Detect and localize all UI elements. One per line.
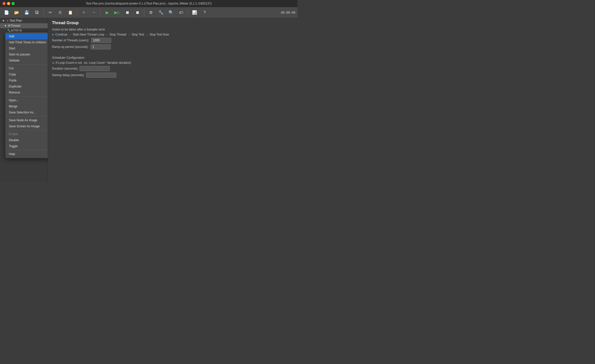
startup-label: Startup delay (seconds) <box>52 73 84 77</box>
menu-item-add-think-times[interactable]: Add Think Times to children <box>5 39 48 45</box>
menu-item-toggle[interactable]: Toggle ⌘T <box>5 143 48 149</box>
threads-input[interactable] <box>91 38 111 43</box>
menu-item-add-think-times-label: Add Think Times to children <box>9 41 46 44</box>
menu-item-help-label: Help <box>9 152 15 156</box>
radio-stop-test-label: Stop Test <box>131 33 144 36</box>
menu-item-validate-label: Validate <box>9 59 19 62</box>
menu-item-copy-label: Copy <box>9 73 16 76</box>
menu-item-paste-label: Paste <box>9 79 17 82</box>
content-title: Thread Group <box>52 21 293 25</box>
menu-item-open[interactable]: Open... <box>5 97 48 103</box>
menu-item-merge[interactable]: Merge <box>5 103 48 109</box>
cut-button[interactable]: ✂ <box>46 8 55 17</box>
radio-next-thread-label: Start Next Thread Loop <box>73 33 104 36</box>
tree-item-testplan[interactable]: ▼ 🔺 Test Plan <box>0 18 48 23</box>
save-button[interactable]: 💾 <box>22 8 31 17</box>
startup-input[interactable] <box>86 73 116 78</box>
tree-item-label-testplan: Test Plan <box>10 19 22 22</box>
remote-stop-button[interactable]: 🔧 <box>156 8 166 17</box>
startup-row: Startup delay (seconds) <box>52 73 293 78</box>
menu-item-start[interactable]: Start <box>5 45 48 51</box>
stop-now-button[interactable]: ⏹ <box>133 8 142 17</box>
menu-item-save-screen-image-label: Save Screen As Image <box>9 125 40 128</box>
tree-panel: ▼ 🔺 Test Plan ▼ ⚙ Thread 🔧 HTTP R 📊 商品列 … <box>0 18 48 182</box>
radio-stop-test[interactable]: ○ Stop Test <box>128 33 144 36</box>
menu-item-remove[interactable]: Remove ⌫ <box>5 89 48 96</box>
remove-button[interactable]: − <box>89 8 98 17</box>
context-menu: Add ▶ Add Think Times to children Start … <box>5 32 48 158</box>
menu-item-open-label: Open... <box>9 99 19 102</box>
separator3 <box>100 9 101 16</box>
scheduler-note: on, Loop Count * iteration duration) <box>84 61 131 65</box>
copy-button[interactable]: ⎘ <box>56 8 65 17</box>
window-controls <box>3 2 15 5</box>
menu-item-cut-label: Cut <box>9 67 14 70</box>
clear-button[interactable]: 🔍 <box>167 8 176 17</box>
error-action-label: Action to be taken after a Sampler error <box>52 28 293 31</box>
menu-item-start-label: Start <box>9 47 15 50</box>
run-button[interactable]: ▶ <box>103 8 112 17</box>
tree-expand-icon: ▼ <box>2 19 5 22</box>
menu-item-cut[interactable]: Cut ⌘X <box>5 65 48 71</box>
menu-item-duplicate[interactable]: Duplicate ⇧⌘C <box>5 83 48 89</box>
window-title: Test Plan.jmx (/usr/local/apache-jmeter-… <box>86 2 212 5</box>
menu-item-help[interactable]: Help <box>5 151 48 157</box>
menu-item-save-selection-label: Save Selection As... <box>9 111 36 114</box>
menu-item-save-screen-image[interactable]: Save Screen As Image ⇧⌘G <box>5 123 48 129</box>
radio-continue[interactable]: ● Continue <box>52 33 67 36</box>
radio-stop-thread[interactable]: ○ Stop Thread <box>106 33 126 36</box>
menu-item-paste[interactable]: Paste ⌘V <box>5 77 48 83</box>
radio-continue-label: Continue <box>55 33 67 36</box>
save-as-button[interactable]: 🖫 <box>32 8 41 17</box>
open-button[interactable]: 📂 <box>12 8 21 17</box>
menu-separator2 <box>5 96 48 97</box>
separator1 <box>43 9 44 16</box>
duration-label: Duration (seconds) <box>52 67 77 70</box>
menu-item-save-node-image[interactable]: Save Node As Image ⌘G <box>5 117 48 123</box>
scheduler-config-label: Scheduler Configuration <box>52 56 293 59</box>
menu-item-toggle-label: Toggle <box>9 144 18 148</box>
menu-item-save-selection[interactable]: Save Selection As... <box>5 109 48 115</box>
menu-item-add-label: Add <box>9 35 14 38</box>
elapsed-time: 00:00:06 <box>281 11 295 14</box>
menu-item-copy[interactable]: Copy ⌘C <box>5 71 48 77</box>
function-helper-button[interactable]: 📊 <box>190 8 199 17</box>
menu-item-enable-label: Enable <box>9 132 18 136</box>
tree-item-icon-threadgroup: ⚙ <box>8 24 11 27</box>
new-button[interactable]: 📄 <box>2 8 11 17</box>
minimize-button[interactable] <box>7 2 10 5</box>
tree-expand-icon2: ▼ <box>4 24 7 27</box>
separator5 <box>188 9 188 16</box>
menu-item-start-no-pauses[interactable]: Start no pauses <box>5 51 48 57</box>
menu-separator5 <box>5 150 48 150</box>
radio-next-thread[interactable]: ○ Start Next Thread Loop <box>69 33 104 36</box>
duration-input[interactable] <box>79 66 110 71</box>
tree-item-label-threadgroup: Thread <box>11 24 20 27</box>
menu-separator4 <box>5 130 48 130</box>
threads-label: Number of Threads (users): <box>52 39 89 42</box>
menu-item-add[interactable]: Add ▶ <box>5 33 48 39</box>
radio-stop-test-now[interactable]: ○ Stop Test Now <box>146 33 169 36</box>
separator2 <box>77 9 77 16</box>
maximize-button[interactable] <box>12 2 15 5</box>
help-button[interactable]: ? <box>200 8 209 17</box>
menu-item-validate[interactable]: Validate <box>5 57 48 64</box>
remote-start-button[interactable]: ⚙ <box>146 8 155 17</box>
paste-button[interactable]: 📋 <box>66 8 75 17</box>
clear-all-button[interactable]: 🏷 <box>177 8 186 17</box>
scheduler-warning-text: ⚠ If Loop Count is not <box>52 61 82 65</box>
menu-item-merge-label: Merge <box>9 105 17 108</box>
ramp-input[interactable] <box>91 44 111 49</box>
close-button[interactable] <box>3 2 6 5</box>
stop-button[interactable]: ⏹ <box>123 8 132 17</box>
menu-item-disable[interactable]: Disable <box>5 137 48 143</box>
tree-item-threadgroup[interactable]: ▼ ⚙ Thread <box>0 23 48 28</box>
run-no-pause-button[interactable]: ▶▷ <box>113 8 122 17</box>
add-button[interactable]: + <box>79 8 88 17</box>
error-action-row: ● Continue ○ Start Next Thread Loop ○ St… <box>52 33 293 36</box>
menu-item-remove-label: Remove <box>9 91 20 94</box>
toolbar: 📄 📂 💾 🖫 ✂ ⎘ 📋 + − ▶ ▶▷ ⏹ ⏹ ⚙ 🔧 🔍 🏷 📊 ? 0… <box>0 7 298 18</box>
scheduler-section-title: Scheduler Configuration <box>52 56 85 59</box>
radio-stop-thread-label: Stop Thread <box>110 33 126 36</box>
duration-row: Duration (seconds) <box>52 66 293 71</box>
